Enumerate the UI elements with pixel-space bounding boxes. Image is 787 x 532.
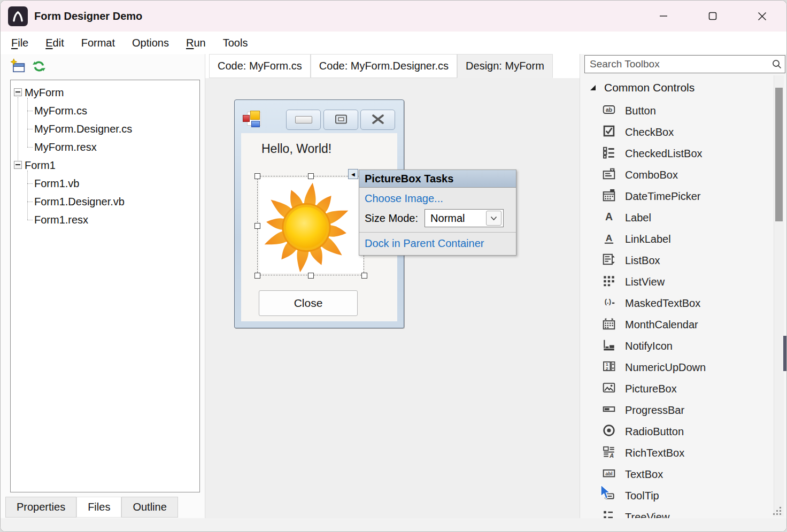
toolbox-item-label[interactable]: ALabel xyxy=(580,207,774,228)
menu-item-tools[interactable]: Tools xyxy=(223,37,248,49)
tree-item-myform-designer-cs[interactable]: MyForm.Designer.cs xyxy=(34,123,132,135)
toolbox-item-label: ProgressBar xyxy=(625,404,684,417)
numericupdown-icon: 12 xyxy=(602,359,616,376)
tree-item-form1-resx[interactable]: Form1.resx xyxy=(34,214,88,226)
design-surface[interactable]: Hello, World! xyxy=(205,78,580,518)
resize-handle-bottom-right[interactable] xyxy=(361,273,367,279)
picturebox-icon xyxy=(602,381,616,397)
size-mode-dropdown[interactable]: Normal xyxy=(425,209,504,227)
toolbox-item-monthcalendar[interactable]: MonthCalendar xyxy=(580,314,774,335)
resize-handle-bottom-center[interactable] xyxy=(308,273,314,279)
toolbox-item-listview[interactable]: ListView xyxy=(580,271,774,292)
window-edge-scrollbar[interactable] xyxy=(783,336,786,371)
tab-code-myform-designer-cs[interactable]: Code: MyForm.Designer.cs xyxy=(311,54,457,78)
menubar: FileEditFormatOptionsRunTools xyxy=(1,32,786,54)
toolbox-item-datetimepicker[interactable]: DateTimePicker xyxy=(580,186,774,207)
search-icon[interactable] xyxy=(769,59,785,70)
toolbox-item-button[interactable]: abButton xyxy=(580,100,774,121)
form-minimize-icon xyxy=(295,116,312,124)
toolbox-search xyxy=(584,55,785,73)
left-triangle-icon: ◄ xyxy=(350,171,356,178)
toolbox-group-common-controls[interactable]: Common Controls xyxy=(580,75,774,100)
smart-tag-arrow-button[interactable]: ◄ xyxy=(348,169,358,179)
resize-handle-top-center[interactable] xyxy=(308,173,314,179)
minimize-button[interactable] xyxy=(639,1,688,32)
toolbox-item-linklabel[interactable]: ALinkLabel xyxy=(580,228,774,250)
toolbox-group-label: Common Controls xyxy=(604,81,695,94)
toolbox-item-checkedlistbox[interactable]: CheckedListBox xyxy=(580,143,774,164)
svg-text:ab: ab xyxy=(606,107,612,113)
tab-properties[interactable]: Properties xyxy=(5,497,76,518)
resize-grip[interactable] xyxy=(769,504,781,515)
toolbox-scrollbar[interactable] xyxy=(774,75,784,516)
toolbox-item-label: ListBox xyxy=(625,255,660,267)
tree-item-form1-designer-vb[interactable]: Form1.Designer.vb xyxy=(34,196,125,207)
menu-item-file[interactable]: File xyxy=(11,37,28,49)
svg-text:abl: abl xyxy=(605,471,612,476)
menu-item-edit[interactable]: Edit xyxy=(45,37,64,49)
toolbox-panel: Common ControlsabButtonCheckBoxCheckedLi… xyxy=(580,54,787,518)
tree-item-form1-vb[interactable]: Form1.vb xyxy=(34,178,79,189)
chevron-down-icon[interactable] xyxy=(486,211,501,226)
form-close-control-button[interactable]: Close xyxy=(259,290,358,316)
toolbox-item-label: Label xyxy=(625,212,651,224)
tree-expander-myform[interactable] xyxy=(14,88,22,96)
dock-in-parent-link[interactable]: Dock in Parent Container xyxy=(365,237,516,250)
mouse-cursor xyxy=(600,484,612,503)
tab-design-myform[interactable]: Design: MyForm xyxy=(457,54,553,78)
maximize-button[interactable] xyxy=(688,1,737,32)
menu-item-format[interactable]: Format xyxy=(81,37,115,49)
search-input[interactable] xyxy=(585,58,769,71)
svg-text:(.): (.) xyxy=(605,297,611,305)
new-form-button[interactable] xyxy=(9,58,26,75)
smart-tag-title: PictureBox Tasks xyxy=(359,170,516,188)
menu-item-options[interactable]: Options xyxy=(132,37,169,49)
toolbox-item-label: ListView xyxy=(625,276,665,288)
toolbox-item-label: CheckedListBox xyxy=(625,148,703,160)
tab-code-myform-cs[interactable]: Code: MyForm.cs xyxy=(209,54,311,78)
tree-item-myform-cs[interactable]: MyForm.cs xyxy=(34,105,87,117)
menu-item-run[interactable]: Run xyxy=(186,37,206,49)
toolbox-item-radiobutton[interactable]: RadioButton xyxy=(580,421,774,442)
form-close-icon xyxy=(371,114,385,126)
tree-connector xyxy=(18,97,18,160)
toolbox-item-textbox[interactable]: ablTextBox xyxy=(580,464,774,485)
form-minimize-button[interactable] xyxy=(286,110,321,130)
toolbox-item-notifyicon[interactable]: NotifyIcon xyxy=(580,335,774,357)
svg-text:A: A xyxy=(605,211,613,222)
scrollbar-thumb[interactable] xyxy=(775,88,783,221)
toolbox-item-treeview[interactable]: TreeView xyxy=(580,506,774,518)
titlebar: Form Designer Demo xyxy=(1,1,786,32)
picturebox-control[interactable] xyxy=(256,175,365,276)
toolbox-item-numericupdown[interactable]: 12NumericUpDown xyxy=(580,357,774,378)
resize-handle-bottom-left[interactable] xyxy=(254,273,260,279)
resize-handle-middle-left[interactable] xyxy=(254,223,260,229)
tree-item-myform[interactable]: MyForm xyxy=(25,87,64,98)
tree-connector xyxy=(27,220,33,220)
toolbox-item-listbox[interactable]: ListBox xyxy=(580,250,774,271)
toolbox-item-checkbox[interactable]: CheckBox xyxy=(580,121,774,143)
window-bottom-strip xyxy=(1,518,786,532)
file-tree: MyFormMyForm.csMyForm.Designer.csMyForm.… xyxy=(10,80,200,492)
resize-handle-top-left[interactable] xyxy=(254,173,260,179)
tree-item-myform-resx[interactable]: MyForm.resx xyxy=(34,141,97,153)
app-window: Form Designer Demo FileEditFormatOptions… xyxy=(0,0,787,532)
toolbox-item-maskedtextbox[interactable]: (.)MaskedTextBox xyxy=(580,292,774,314)
listbox-icon xyxy=(602,252,616,269)
form-maximize-button[interactable] xyxy=(323,110,358,130)
toolbox-item-picturebox[interactable]: PictureBox xyxy=(580,378,774,399)
toolbox-item-combobox[interactable]: ComboBox xyxy=(580,164,774,186)
refresh-button[interactable] xyxy=(30,58,48,75)
tree-connector xyxy=(27,183,33,184)
sun-image xyxy=(259,178,363,273)
tab-files[interactable]: Files xyxy=(76,497,121,518)
toolbox-item-progressbar[interactable]: ProgressBar xyxy=(580,399,774,421)
close-button[interactable] xyxy=(737,1,786,32)
tab-outline[interactable]: Outline xyxy=(121,497,178,518)
tree-item-form1[interactable]: Form1 xyxy=(25,159,56,171)
tree-expander-form1[interactable] xyxy=(14,161,22,169)
choose-image-link[interactable]: Choose Image... xyxy=(365,192,516,205)
form-close-button[interactable] xyxy=(360,110,395,130)
toolbox-item-richtextbox[interactable]: ARichTextBox xyxy=(580,442,774,464)
toolbox-item-label: MonthCalendar xyxy=(625,319,698,331)
